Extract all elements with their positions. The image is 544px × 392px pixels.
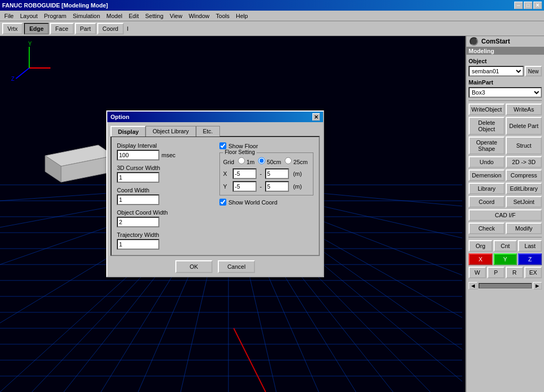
- scrollbar[interactable]: [479, 283, 532, 288]
- to3d-btn[interactable]: 2D -> 3D: [506, 156, 542, 168]
- menu-setting[interactable]: Setting: [142, 12, 166, 20]
- x-label: X: [223, 171, 231, 177]
- tab-etc[interactable]: Etc.: [196, 126, 220, 137]
- svg-text:Y: Y: [28, 41, 32, 47]
- show-world-coord-row: Show World Coord: [219, 199, 313, 206]
- delete-part-btn[interactable]: Delete Part: [506, 117, 542, 135]
- delete-object-btn[interactable]: Delete Object: [469, 117, 505, 135]
- modify-btn[interactable]: Modify: [506, 223, 542, 234]
- operate-row: Operate Shape Struct: [469, 137, 542, 155]
- toolbar-vrtx[interactable]: Vrtx: [2, 23, 23, 35]
- z-btn[interactable]: Z: [518, 253, 542, 265]
- ex-btn[interactable]: EX: [524, 267, 542, 278]
- last-btn[interactable]: Last: [518, 240, 542, 252]
- cancel-btn[interactable]: Cancel: [218, 260, 255, 273]
- cursor-width-input[interactable]: 1: [117, 172, 159, 183]
- menu-simulation[interactable]: Simulation: [70, 12, 103, 20]
- x-max-input[interactable]: [265, 168, 289, 179]
- viewport[interactable]: X Y Z Option ✕ Display O: [0, 36, 465, 392]
- y-btn[interactable]: Y: [494, 253, 517, 265]
- display-interval-input[interactable]: 100: [117, 150, 159, 160]
- tab-object-library[interactable]: Object Library: [146, 126, 196, 137]
- modeling-bar: Modeling: [466, 47, 544, 55]
- write-object-btn[interactable]: WriteObject: [469, 104, 505, 115]
- show-world-coord-checkbox[interactable]: [219, 199, 226, 206]
- scroll-area: ◀ ▶: [469, 282, 542, 289]
- wpr-row: W P R EX: [469, 267, 542, 278]
- maximize-btn[interactable]: □: [524, 2, 532, 9]
- menu-view[interactable]: View: [167, 12, 186, 20]
- compress-btn[interactable]: Compress: [506, 169, 542, 181]
- grid-25cm-label[interactable]: 25cm: [285, 159, 308, 165]
- display-interval-group: Display Interval 100 msec: [117, 142, 211, 160]
- operate-shape-btn[interactable]: Operate Shape: [469, 137, 505, 155]
- demension-btn[interactable]: Demension: [469, 169, 505, 181]
- grid-label: Grid: [223, 159, 234, 165]
- obj-coord-width-input[interactable]: 2: [117, 217, 159, 227]
- y-label: Y: [223, 183, 231, 190]
- close-btn[interactable]: ✕: [533, 2, 542, 9]
- p-btn[interactable]: P: [487, 267, 505, 278]
- x-range-row: X - (m): [223, 168, 310, 179]
- toolbar-extra: I: [127, 25, 129, 32]
- y-min-input[interactable]: [233, 181, 257, 192]
- y-max-input[interactable]: [265, 181, 289, 192]
- cursor-width-group: 3D Cursor Width 1: [117, 165, 211, 183]
- menu-file[interactable]: File: [1, 12, 17, 20]
- org-btn[interactable]: Org: [469, 240, 492, 252]
- x-btn[interactable]: X: [469, 253, 492, 265]
- library-btn[interactable]: Library: [469, 183, 505, 194]
- toolbar-part[interactable]: Part: [75, 23, 96, 35]
- trajectory-label: Trajectory Width: [117, 232, 211, 238]
- grid-50cm-label[interactable]: 50cm: [258, 159, 283, 165]
- check-btn[interactable]: Check: [469, 223, 505, 234]
- r-btn[interactable]: R: [506, 267, 523, 278]
- tab-display[interactable]: Display: [110, 126, 146, 137]
- menu-tools[interactable]: Tools: [212, 12, 233, 20]
- y-unit: (m): [293, 183, 302, 190]
- undo-btn[interactable]: Undo: [469, 156, 505, 168]
- write-as-btn[interactable]: WriteAs: [506, 104, 542, 115]
- grid-25cm-radio[interactable]: [285, 157, 292, 164]
- cnt-btn[interactable]: Cnt: [494, 240, 517, 252]
- menu-window[interactable]: Window: [185, 12, 212, 20]
- minimize-btn[interactable]: ─: [514, 2, 523, 9]
- floor-setting-group: Floor Setting Grid 1m 50cm: [219, 152, 313, 195]
- check-row: Check Modify: [469, 223, 542, 234]
- menu-model[interactable]: Model: [103, 12, 125, 20]
- dialog-close-btn[interactable]: ✕: [312, 113, 320, 121]
- object-select[interactable]: semban01: [469, 66, 524, 76]
- dialog-buttons: OK Cancel: [110, 260, 320, 273]
- grid-1m-label[interactable]: 1m: [238, 159, 256, 165]
- menu-layout[interactable]: Layout: [17, 12, 41, 20]
- show-floor-checkbox[interactable]: [219, 142, 226, 149]
- coord-row: Coord SetJoint: [469, 196, 542, 208]
- coord-width-input[interactable]: 1: [117, 194, 159, 205]
- toolbar-coord[interactable]: Coord: [97, 23, 124, 35]
- grid-1m-radio[interactable]: [238, 157, 245, 164]
- new-btn[interactable]: New: [525, 66, 542, 76]
- menu-help[interactable]: Help: [233, 12, 251, 20]
- x-min-input[interactable]: [233, 168, 257, 179]
- trajectory-width-input[interactable]: 1: [117, 239, 159, 250]
- grid-50cm-radio[interactable]: [258, 157, 265, 164]
- panel-content: Object semban01 New MainPart Box3 WriteO…: [466, 55, 544, 292]
- struct-btn[interactable]: Struct: [506, 137, 542, 155]
- w-btn[interactable]: W: [469, 267, 486, 278]
- coord-width-label: Coord Width: [117, 187, 211, 193]
- menu-edit[interactable]: Edit: [125, 12, 142, 20]
- cad-if-btn[interactable]: CAD I/F: [469, 209, 542, 221]
- scroll-left-btn[interactable]: ◀: [469, 282, 478, 289]
- ok-btn[interactable]: OK: [175, 260, 212, 273]
- scroll-right-btn[interactable]: ▶: [533, 282, 542, 289]
- menu-program[interactable]: Program: [41, 12, 70, 20]
- toolbar: Vrtx Edge Face Part Coord I: [0, 21, 544, 36]
- mainpart-select[interactable]: Box3: [469, 87, 542, 98]
- edit-library-btn[interactable]: EditLibrary: [506, 183, 542, 194]
- set-joint-btn[interactable]: SetJoint: [506, 196, 542, 208]
- coord-btn[interactable]: Coord: [469, 196, 505, 208]
- obj-coord-width-group: Object Coord Width 2: [117, 209, 211, 227]
- toolbar-edge[interactable]: Edge: [24, 23, 49, 35]
- toolbar-face[interactable]: Face: [50, 23, 73, 35]
- floor-setting-label: Floor Setting: [223, 149, 257, 155]
